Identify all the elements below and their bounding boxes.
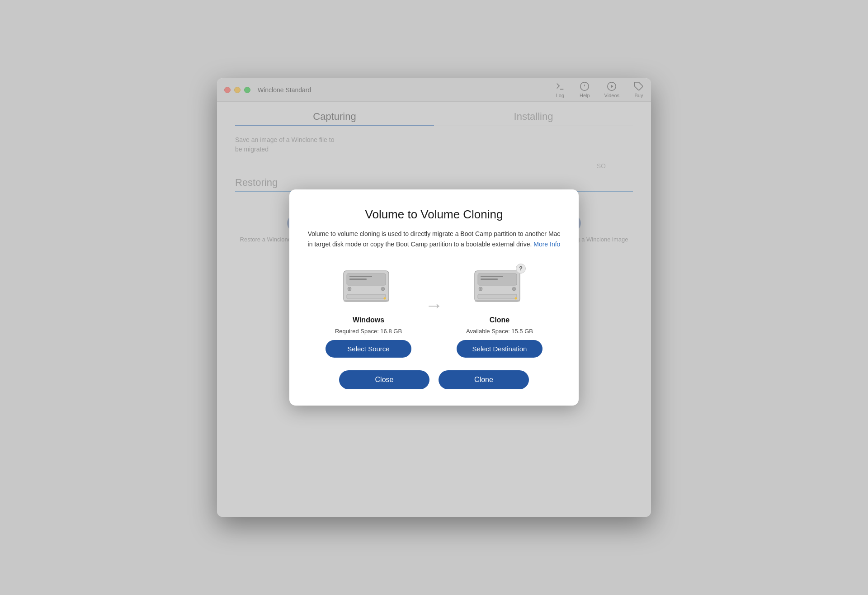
modal-description: Volume to volume cloning is used to dire… — [307, 229, 561, 249]
modal-dialog: Volume to Volume Cloning Volume to volum… — [289, 189, 579, 406]
select-destination-button[interactable]: Select Destination — [457, 340, 542, 358]
clone-button[interactable]: Clone — [439, 370, 529, 389]
question-badge: ? — [516, 264, 526, 274]
clone-arrow-icon: → — [425, 295, 443, 316]
svg-rect-23 — [481, 279, 498, 280]
destination-drive-info: Available Space: 15.5 GB — [466, 328, 533, 335]
svg-rect-17 — [347, 294, 386, 299]
svg-rect-10 — [349, 279, 367, 280]
destination-drive-icon-wrapper: ? — [472, 263, 527, 312]
destination-hdd-icon — [472, 263, 522, 308]
clone-area: Windows Required Space: 16.8 GB Select S… — [307, 263, 561, 358]
svg-rect-9 — [349, 276, 372, 277]
svg-point-31 — [515, 297, 517, 299]
svg-rect-30 — [478, 294, 517, 299]
svg-rect-19 — [344, 300, 389, 302]
svg-point-18 — [384, 297, 386, 299]
modal-overlay: Volume to Volume Cloning Volume to volum… — [217, 78, 651, 517]
source-drive-name: Windows — [353, 316, 384, 324]
source-drive-card: Windows Required Space: 16.8 GB Select S… — [326, 263, 411, 358]
close-button[interactable]: Close — [339, 370, 429, 389]
mac-window: Winclone Standard Log Help — [217, 78, 651, 517]
svg-rect-32 — [475, 300, 520, 302]
more-info-link[interactable]: More Info — [533, 241, 560, 248]
destination-drive-name: Clone — [490, 316, 509, 324]
source-drive-info: Required Space: 16.8 GB — [335, 328, 402, 335]
source-hdd-icon — [341, 263, 391, 308]
select-source-button[interactable]: Select Source — [326, 340, 411, 358]
modal-title: Volume to Volume Cloning — [307, 208, 561, 222]
source-drive-icon-wrapper — [341, 263, 396, 312]
modal-footer: Close Clone — [307, 370, 561, 389]
svg-rect-22 — [481, 276, 503, 277]
destination-drive-card: ? — [457, 263, 542, 358]
